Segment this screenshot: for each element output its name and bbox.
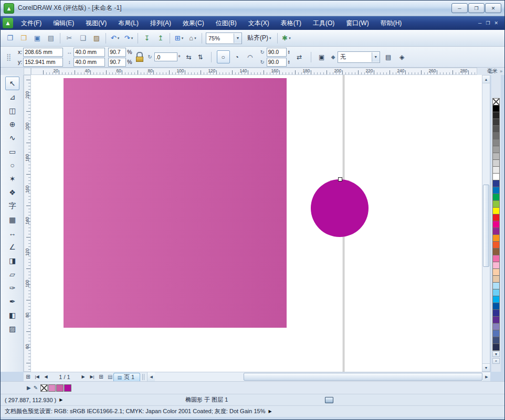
magenta-ellipse-object[interactable]	[311, 179, 369, 237]
vertical-scrollbar[interactable]: ▲ ▼	[482, 75, 490, 372]
palette-swatch-18[interactable]	[492, 221, 500, 228]
change-direction-button[interactable]: ⇄	[293, 51, 306, 63]
ellipse-node-handle[interactable]	[338, 177, 342, 181]
palette-swatch-4[interactable]	[492, 125, 500, 133]
paste-button[interactable]: ▨	[90, 32, 103, 45]
palette-swatch-32[interactable]	[492, 316, 500, 324]
new-button[interactable]: ❐	[3, 32, 17, 45]
palette-swatch-19[interactable]	[492, 228, 500, 235]
page-tab[interactable]: ▤ 页 1	[113, 373, 140, 382]
mirror-vertical-button[interactable]: ⇅	[195, 52, 206, 62]
document-color-1[interactable]	[48, 384, 56, 392]
rectangle-tool[interactable]: ▭	[5, 145, 19, 158]
pick-tool[interactable]: ↖	[5, 77, 19, 90]
document-color-2[interactable]	[56, 384, 64, 392]
palette-swatch-8[interactable]	[492, 153, 500, 160]
add-page-button[interactable]: ⊞	[97, 373, 106, 381]
palette-swatch-2[interactable]	[492, 112, 500, 119]
palette-swatch-14[interactable]	[492, 193, 500, 201]
horizontal-scrollbar[interactable]: ◀ ▶	[147, 372, 490, 381]
palette-swatch-24[interactable]	[492, 262, 500, 269]
palette-swatch-1[interactable]	[492, 105, 500, 112]
palette-swatch-11[interactable]	[492, 173, 500, 180]
eyedropper-tool[interactable]: ✑	[5, 281, 19, 295]
mirror-horizontal-button[interactable]: ⇆	[184, 52, 194, 62]
scale-y-field[interactable]	[108, 58, 126, 67]
scroll-down-icon[interactable]: ▼	[482, 363, 490, 371]
menu-item-3[interactable]: 视图(V)	[80, 16, 112, 30]
rotation-angle-field[interactable]	[154, 52, 177, 61]
lock-ratio-button[interactable]	[135, 52, 144, 62]
copy-button[interactable]: ❑	[76, 32, 90, 45]
basic-shapes-tool[interactable]: ❖	[5, 186, 19, 199]
y-position-field[interactable]	[23, 58, 63, 67]
start-angle-field[interactable]	[267, 48, 287, 57]
save-button[interactable]: ▣	[30, 32, 44, 45]
wrap-text-button[interactable]: ▤	[383, 52, 394, 62]
menu-item-10[interactable]: 工具(O)	[307, 16, 340, 30]
status-flyout-icon[interactable]: ▶	[268, 409, 271, 414]
spinner-arrows-icon[interactable]: ▲▼	[288, 50, 290, 54]
palette-swatch-10[interactable]	[492, 166, 500, 174]
palette-swatch-23[interactable]	[492, 255, 500, 262]
crop-tool[interactable]: ◫	[5, 104, 19, 117]
object-height-field[interactable]	[73, 58, 105, 67]
monitor-icon[interactable]	[325, 397, 333, 403]
quick-customize-button[interactable]: »	[500, 69, 502, 74]
shape-tool[interactable]: ⊿	[5, 90, 19, 104]
palette-swatch-17[interactable]	[492, 214, 500, 221]
palette-swatch-25[interactable]	[492, 268, 500, 276]
ellipse-mode-button[interactable]: ○	[217, 50, 230, 63]
close-button[interactable]: ✕	[485, 3, 501, 13]
first-page-button[interactable]: |◀	[33, 373, 41, 381]
blend-tool[interactable]: ◨	[5, 254, 19, 267]
scroll-up-icon[interactable]: ▲	[482, 76, 490, 83]
palette-swatch-7[interactable]	[492, 146, 500, 153]
palette-swatch-28[interactable]	[492, 289, 500, 296]
horizontal-scrollbar-thumb[interactable]	[244, 373, 482, 381]
scroll-right-icon[interactable]: ▶	[483, 372, 490, 381]
palette-swatch-5[interactable]	[492, 132, 500, 139]
eyedropper-icon[interactable]: ✎	[34, 385, 38, 391]
convert-to-curve-button[interactable]: ◈	[397, 52, 407, 62]
zoom-tool[interactable]: ⊕	[5, 117, 19, 131]
menu-item-2[interactable]: 编辑(E)	[47, 16, 80, 30]
doc-close-button[interactable]: ✕	[494, 20, 498, 26]
menu-item-5[interactable]: 排列(A)	[144, 16, 177, 30]
last-page-button[interactable]: ▶|	[88, 373, 97, 381]
horizontal-scrollbar-track[interactable]	[155, 372, 483, 381]
palette-swatch-35[interactable]	[492, 337, 500, 344]
palette-swatch-31[interactable]	[492, 309, 500, 317]
palette-expand-icon[interactable]: «	[492, 358, 500, 364]
application-launcher-button[interactable]: ⊞▾	[172, 32, 186, 45]
palette-swatch-9[interactable]	[492, 159, 500, 167]
vertical-scrollbar-thumb[interactable]	[483, 185, 489, 267]
menu-item-7[interactable]: 位图(B)	[210, 16, 243, 30]
palette-swatch-29[interactable]	[492, 296, 500, 303]
status-flyout-icon[interactable]: ▶	[59, 397, 62, 402]
menu-item-9[interactable]: 表格(T)	[275, 16, 307, 30]
table-tool[interactable]: ▦	[5, 213, 19, 227]
menu-item-12[interactable]: 帮助(H)	[375, 16, 408, 30]
palette-swatch-20[interactable]	[492, 234, 500, 242]
palette-swatch-15[interactable]	[492, 200, 500, 208]
import-button[interactable]: ↧	[140, 32, 154, 45]
menu-item-4[interactable]: 布局(L)	[112, 16, 144, 30]
chevron-down-icon[interactable]: ▼	[372, 52, 380, 62]
object-width-field[interactable]	[73, 48, 105, 57]
align-button[interactable]: ▣	[317, 52, 327, 62]
menu-item-11[interactable]: 窗口(W)	[340, 16, 374, 30]
previous-page-button[interactable]: ◀	[41, 373, 50, 381]
ellipse-tool[interactable]: ○	[5, 158, 19, 172]
redo-button[interactable]: ↷▾	[122, 32, 135, 45]
document-color-3[interactable]	[64, 384, 71, 392]
scroll-left-icon[interactable]: ◀	[148, 372, 155, 381]
nudge-grid-icon[interactable]: ⣿	[3, 51, 15, 63]
fill-tool[interactable]: ◧	[5, 308, 19, 322]
polygon-tool[interactable]: ✶	[5, 172, 19, 186]
minimize-button[interactable]: ─	[451, 3, 468, 13]
drawing-canvas[interactable]	[31, 75, 482, 372]
freehand-tool[interactable]: ∿	[5, 131, 19, 145]
cut-button[interactable]: ✂	[62, 32, 76, 45]
text-tool[interactable]: 字	[5, 199, 19, 213]
